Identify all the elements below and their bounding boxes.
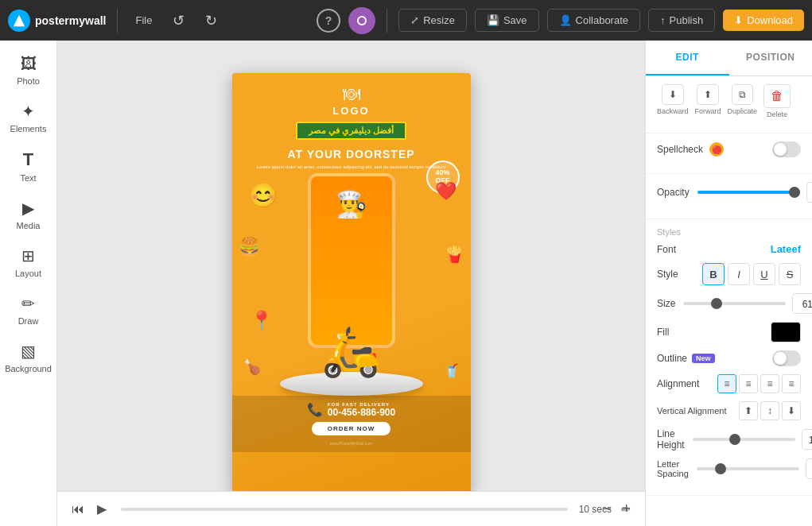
valign-bottom-button[interactable]: ⬇ xyxy=(782,401,801,420)
publish-icon: ↑ xyxy=(660,14,666,26)
poster-watermark: www.PosterMyWall.com xyxy=(330,441,372,446)
opacity-label: Opacity xyxy=(657,187,690,198)
layout-icon: ⊞ xyxy=(21,246,35,265)
sidebar-item-background[interactable]: ▧ Background xyxy=(5,335,52,380)
sidebar-item-layout-label: Layout xyxy=(15,269,41,278)
backward-label: Backward xyxy=(657,107,689,115)
backward-group: ⬇ Backward xyxy=(657,84,689,118)
sidebar-item-layout[interactable]: ⊞ Layout xyxy=(5,240,52,284)
size-slider[interactable] xyxy=(683,302,786,305)
fill-color-swatch[interactable] xyxy=(771,322,801,342)
align-right-button[interactable]: ≡ xyxy=(760,374,779,393)
outline-toggle[interactable] xyxy=(772,350,801,366)
outline-toggle-knob xyxy=(774,352,787,365)
publish-button[interactable]: ↑ Publish xyxy=(648,9,715,32)
play-button[interactable]: ▶ xyxy=(94,498,110,520)
poster-headline: AT YOUR DOORSTEP xyxy=(287,148,414,161)
letter-spacing-row: Letter Spacing 0 xyxy=(657,458,801,479)
help-button[interactable]: ? xyxy=(317,9,340,33)
duplicate-button[interactable]: ⧉ xyxy=(732,84,753,105)
delete-label: Delete xyxy=(767,110,787,118)
font-name[interactable]: Lateef xyxy=(771,243,801,255)
divider xyxy=(117,9,118,33)
file-menu[interactable]: File xyxy=(129,11,158,29)
opacity-slider[interactable] xyxy=(697,191,800,194)
align-left-button[interactable]: ≡ xyxy=(717,374,736,393)
delete-button[interactable]: 🗑 xyxy=(763,84,791,108)
sidebar-item-photo[interactable]: 🖼 Photo xyxy=(5,48,52,92)
alignment-row: Alignment ≡ ≡ ≡ ≡ xyxy=(657,374,801,393)
vertical-alignment-buttons: ⬆ ↕ ⬇ xyxy=(739,401,801,420)
sidebar-item-elements[interactable]: ✦ Elements xyxy=(5,95,52,140)
resize-button[interactable]: ⤢ Resize xyxy=(398,9,467,32)
font-label: Font xyxy=(657,244,676,255)
alignment-buttons: ≡ ≡ ≡ ≡ xyxy=(717,374,801,393)
sidebar-item-background-label: Background xyxy=(5,364,52,373)
layer-actions-section: ⬇ Backward ⬆ Forward ⧉ Dupl xyxy=(646,76,812,133)
zoom-out-button[interactable]: − xyxy=(600,497,615,520)
poster-scene-inner: 😊 ❤️ 🍔 🍟 👨‍🍳 📍 🛵 🍗 🥤 xyxy=(232,173,471,396)
underline-button[interactable]: U xyxy=(753,263,775,285)
collaborate-button[interactable]: 👤 Collaborate xyxy=(547,9,641,32)
align-justify-button[interactable]: ≡ xyxy=(782,374,801,393)
strikethrough-button[interactable]: S xyxy=(779,263,801,285)
delete-group: 🗑 Delete xyxy=(763,84,791,118)
rewind-button[interactable]: ⏮ xyxy=(68,499,87,520)
sidebar-item-draw[interactable]: ✏ Draw xyxy=(5,288,52,332)
poster-logo: 🍽 LOGO xyxy=(332,84,369,117)
italic-button[interactable]: I xyxy=(728,263,750,285)
poster-phone-row: 📞 FOR FAST DELIVERY 00-456-886-900 xyxy=(307,402,395,418)
bold-button[interactable]: B xyxy=(702,263,725,285)
forward-label: Forward xyxy=(695,107,721,115)
valign-middle-button[interactable]: ↕ xyxy=(760,401,779,420)
fill-row: Fill xyxy=(657,322,801,342)
elements-icon: ✦ xyxy=(21,102,35,121)
sidebar-item-text[interactable]: T Text xyxy=(5,143,52,189)
vertical-alignment-row: Vertical Alignment ⬆ ↕ ⬇ xyxy=(657,401,801,420)
zoom-in-button[interactable]: + xyxy=(619,497,634,520)
letter-spacing-value: 0 xyxy=(806,458,812,479)
scooter: 🛵 xyxy=(321,323,381,380)
letter-spacing-slider[interactable] xyxy=(697,467,799,470)
active-tool-button[interactable] xyxy=(348,7,375,34)
alignment-label: Alignment xyxy=(657,378,699,389)
logo-text: postermywall xyxy=(35,14,106,27)
spellcheck-toggle[interactable] xyxy=(772,141,801,157)
main-area: 🖼 Photo ✦ Elements T Text ▶ Media ⊞ Layo… xyxy=(0,41,812,526)
align-center-button[interactable]: ≡ xyxy=(739,374,758,393)
style-buttons: B I U S xyxy=(702,263,801,285)
right-panel: EDIT POSITION ⬇ Backward xyxy=(645,41,812,526)
valign-top-button[interactable]: ⬆ xyxy=(739,401,758,420)
canvas-area[interactable]: 🍽 LOGO أفضل ديليفري في مصر AT YOUR DOORS… xyxy=(57,41,645,526)
tab-position[interactable]: POSITION xyxy=(729,41,813,75)
redo-button[interactable]: ↻ xyxy=(199,9,223,33)
line-height-slider[interactable] xyxy=(693,438,795,441)
toolbar: postermywall File ↺ ↻ ? ⤢ Resize 💾 Save … xyxy=(0,0,812,41)
undo-button[interactable]: ↺ xyxy=(166,9,191,33)
poster-logo-text: LOGO xyxy=(332,105,369,117)
timeline-track[interactable] xyxy=(121,508,568,511)
photo-icon: 🖼 xyxy=(21,55,37,73)
svg-marker-0 xyxy=(14,14,25,25)
sidebar-item-photo-label: Photo xyxy=(17,76,40,86)
save-icon: 💾 xyxy=(487,14,499,26)
sidebar-item-media-label: Media xyxy=(17,221,41,230)
food-fries-right: 🍟 xyxy=(445,245,464,264)
opacity-section: Opacity 100 xyxy=(646,174,812,219)
sidebar-item-media[interactable]: ▶ Media xyxy=(5,192,52,237)
outline-row: Outline New xyxy=(657,350,801,366)
map-pin: 📍 xyxy=(250,310,274,332)
forward-button[interactable]: ⬆ xyxy=(697,84,719,105)
canvas-poster[interactable]: 🍽 LOGO أفضل ديليفري في مصر AT YOUR DOORS… xyxy=(232,73,471,494)
size-label: Size xyxy=(657,298,675,309)
food-chicken: 🍗 xyxy=(243,358,261,376)
right-panel-scroll: ⬇ Backward ⬆ Forward ⧉ Dupl xyxy=(646,76,812,526)
backward-button[interactable]: ⬇ xyxy=(662,84,684,105)
food-drink: 🥤 xyxy=(444,363,460,378)
resize-icon: ⤢ xyxy=(410,14,419,26)
download-button[interactable]: ⬇ Download xyxy=(723,10,804,31)
media-icon: ▶ xyxy=(22,199,34,218)
poster-cta-button[interactable]: ORDER NOW xyxy=(312,422,391,435)
tab-edit[interactable]: EDIT xyxy=(646,41,729,75)
save-button[interactable]: 💾 Save xyxy=(475,9,539,32)
